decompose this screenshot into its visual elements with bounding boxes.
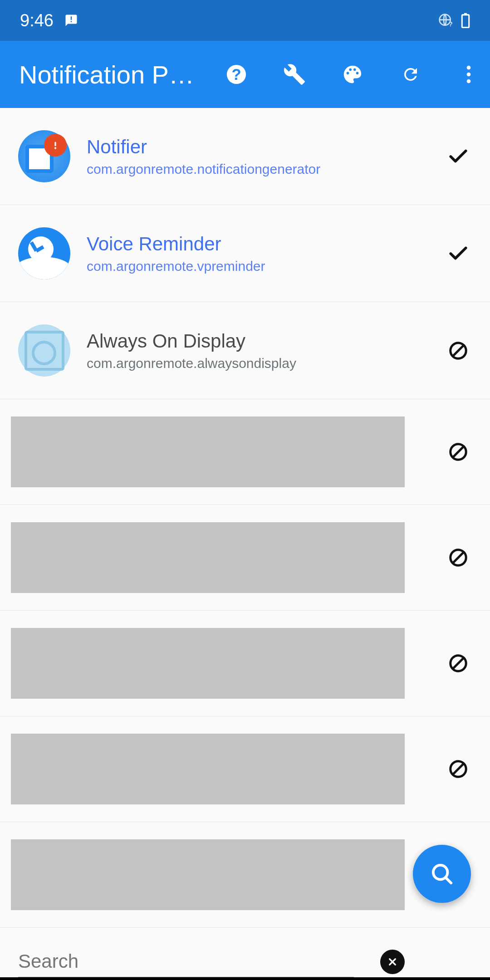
svg-line-12 <box>453 345 464 356</box>
app-package: com.argonremote.alwaysondisplay <box>87 356 445 371</box>
svg-rect-10 <box>54 142 56 146</box>
app-icon-always-on-display <box>18 324 70 377</box>
overflow-menu-button[interactable] <box>440 41 490 108</box>
block-icon <box>448 759 469 779</box>
app-status-toggle[interactable] <box>445 242 472 265</box>
theme-button[interactable] <box>323 41 382 108</box>
app-bar: Notification Popup ? <box>0 41 490 108</box>
settings-button[interactable] <box>265 41 323 108</box>
search-fab[interactable] <box>413 845 471 903</box>
status-time: 9:46 <box>20 11 54 30</box>
check-icon <box>447 242 470 265</box>
app-name: Voice Reminder <box>87 233 445 255</box>
app-icon-voice-reminder <box>18 227 70 279</box>
block-icon <box>448 653 469 674</box>
loading-placeholder <box>11 628 405 699</box>
svg-point-8 <box>467 79 471 83</box>
svg-text:?: ? <box>449 20 453 28</box>
message-icon <box>64 14 78 27</box>
app-status-toggle[interactable] <box>445 653 472 674</box>
svg-line-25 <box>446 877 451 883</box>
svg-text:?: ? <box>231 66 241 83</box>
svg-rect-2 <box>462 15 469 28</box>
block-icon <box>448 340 469 361</box>
nav-bar-strip <box>0 977 490 980</box>
app-list: Notifiercom.argonremote.notificationgene… <box>0 108 490 928</box>
app-row-loading <box>0 505 490 611</box>
app-row[interactable]: Voice Remindercom.argonremote.vpreminder <box>0 205 490 302</box>
block-icon <box>448 441 469 462</box>
app-row-loading <box>0 611 490 716</box>
status-bar: 9:46 ? <box>0 0 490 41</box>
loading-placeholder <box>11 839 405 910</box>
app-package: com.argonremote.notificationgenerator <box>87 162 445 177</box>
wrench-icon <box>283 63 306 86</box>
search-icon <box>430 862 454 886</box>
app-package: com.argonremote.vpreminder <box>87 259 445 274</box>
app-status-toggle[interactable] <box>445 547 472 568</box>
app-status-toggle[interactable] <box>445 441 472 462</box>
palette-icon <box>342 64 363 85</box>
svg-point-6 <box>467 66 471 70</box>
block-icon <box>448 547 469 568</box>
svg-point-7 <box>467 73 471 77</box>
check-icon <box>447 145 470 168</box>
help-button[interactable]: ? <box>207 41 265 108</box>
app-status-toggle[interactable] <box>445 759 472 779</box>
app-status-toggle[interactable] <box>445 145 472 168</box>
loading-placeholder <box>11 522 405 593</box>
svg-line-18 <box>453 658 464 669</box>
app-status-toggle[interactable] <box>445 340 472 361</box>
refresh-icon <box>401 65 420 84</box>
battery-icon <box>461 13 470 28</box>
help-icon: ? <box>226 64 247 85</box>
refresh-button[interactable] <box>382 41 440 108</box>
clear-search-button[interactable] <box>380 950 405 974</box>
app-icon-notifier <box>18 130 70 182</box>
app-name: Always On Display <box>87 330 445 353</box>
app-row-loading <box>0 399 490 505</box>
svg-line-20 <box>453 764 464 775</box>
search-input[interactable] <box>18 951 354 972</box>
loading-placeholder <box>11 416 405 487</box>
app-title: Notification Popup <box>19 60 207 89</box>
svg-line-14 <box>453 446 464 458</box>
more-vert-icon <box>466 65 471 84</box>
app-row[interactable]: Notifiercom.argonremote.notificationgene… <box>0 108 490 205</box>
globe-no-connection-icon: ? <box>438 13 453 28</box>
close-icon <box>386 955 399 969</box>
svg-line-16 <box>453 552 464 564</box>
app-row[interactable]: Always On Displaycom.argonremote.alwayso… <box>0 302 490 399</box>
loading-placeholder <box>11 734 405 804</box>
app-name: Notifier <box>87 136 445 158</box>
search-bar <box>0 928 490 980</box>
svg-point-9 <box>54 147 56 149</box>
svg-rect-3 <box>464 13 467 15</box>
app-row-loading <box>0 716 490 822</box>
